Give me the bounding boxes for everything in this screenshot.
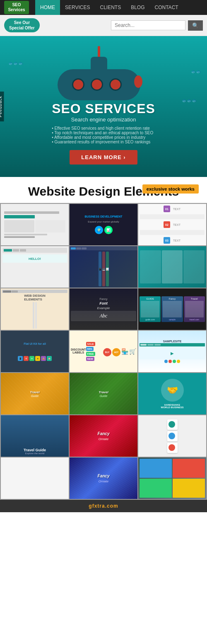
main-title-section: Website Design Elements exclusive stock … bbox=[0, 177, 207, 203]
thumbnail-20[interactable]: Fancy Ornate bbox=[70, 458, 137, 499]
thumbnail-grid: BUSINESS DEVELOPMENT Expand your market … bbox=[0, 203, 207, 500]
thumbnail-12[interactable]: SAMPLESITE ▶ bbox=[138, 331, 206, 372]
hero-bullets: Effective SEO services and high client r… bbox=[52, 126, 155, 144]
thumbnail-9[interactable]: GUIDE guide.com Fancy sample Travel trav… bbox=[138, 288, 206, 330]
thumbnail-15[interactable]: 🤝 HANDSHAKEWORLD BUSINESS bbox=[138, 373, 206, 414]
thumbnail-5[interactable]: 📱 💻 📊 bbox=[70, 246, 137, 288]
logo-text-2: Services bbox=[8, 7, 25, 12]
thumbnail-8[interactable]: Fancy Font Example Abc bbox=[70, 288, 137, 330]
thumbnail-19[interactable] bbox=[1, 458, 69, 499]
hero-text-block: SEO SERVICES Search engine optimization … bbox=[52, 101, 155, 165]
thumbnail-7[interactable]: WEB DESIGNELEMENTS bbox=[1, 288, 69, 330]
fish-decoration-2: 🐟🐟 bbox=[191, 69, 201, 74]
navigation: SEO Services HOME SERVICES CLIENTS BLOG … bbox=[0, 0, 207, 15]
hero-bullet-1: Effective SEO services and high client r… bbox=[52, 126, 155, 131]
site-logo: SEO Services bbox=[4, 1, 29, 14]
watermark-text: gfxtra.com bbox=[89, 503, 118, 509]
logo-text-1: SEO bbox=[12, 2, 21, 7]
thumbnail-10[interactable]: Flat UI Kit for all 📱 ⚙ ✉ ★ 🔒 🏠 bbox=[1, 331, 69, 372]
thumbnail-11[interactable]: DISCOUNT LABELS SALE 50% FREE NEW BUY HO… bbox=[70, 331, 137, 372]
hero-bullet-4: Guaranteed results of improvement in SEO… bbox=[52, 140, 155, 144]
feedback-label: Feedback bbox=[0, 96, 2, 117]
nav-home[interactable]: HOME bbox=[35, 0, 60, 15]
watermark: gfxtra.com bbox=[0, 500, 207, 512]
hero-subtitle: Search engine optimization bbox=[52, 116, 155, 123]
thumbnail-13[interactable]: Travel Guide bbox=[1, 373, 69, 414]
thumbnail-21[interactable] bbox=[138, 458, 206, 499]
nav-blog[interactable]: BLOG bbox=[126, 0, 149, 15]
hero-bullet-3: Affordable and most competitive prices i… bbox=[52, 135, 155, 140]
search-button[interactable]: 🔍 bbox=[188, 20, 203, 31]
thumbnail-18[interactable] bbox=[138, 415, 206, 457]
learn-more-button[interactable]: LEARN MORE › bbox=[70, 150, 137, 165]
special-offer-line2: Special Offer bbox=[9, 26, 35, 30]
thumbnail-6[interactable] bbox=[138, 246, 206, 288]
thumbnail-1[interactable] bbox=[1, 204, 69, 245]
special-offer-badge: See Our Special Offer bbox=[4, 18, 40, 32]
hero-section: Feedback 🐟🐟🐟 🐟🐟 🐟🐟🐟 SEO SERVICES Search … bbox=[0, 36, 207, 177]
thumbnail-2[interactable]: BUSINESS DEVELOPMENT Expand your market … bbox=[70, 204, 137, 245]
submarine-illustration bbox=[53, 57, 144, 102]
fish-decoration-3: 🐟🐟🐟 bbox=[182, 98, 197, 103]
nav-services[interactable]: SERVICES bbox=[60, 0, 95, 15]
thumbnail-17[interactable]: Fancy Ornate bbox=[70, 415, 137, 457]
nav-contact[interactable]: CONTACT bbox=[150, 0, 183, 15]
feedback-tab[interactable]: Feedback bbox=[0, 92, 4, 121]
search-bar: See Our Special Offer 🔍 bbox=[0, 15, 207, 36]
nav-links: HOME SERVICES CLIENTS BLOG CONTACT bbox=[35, 0, 183, 15]
nav-clients[interactable]: CLIENTS bbox=[95, 0, 126, 15]
thumbnail-14[interactable]: Travel Guide bbox=[70, 373, 137, 414]
fish-decoration: 🐟🐟🐟 bbox=[8, 61, 23, 65]
search-input[interactable] bbox=[111, 20, 185, 30]
hero-bullet-2: Top notch techniques and an ethical appr… bbox=[52, 131, 155, 135]
exclusive-badge: exclusive stock works bbox=[142, 184, 199, 194]
special-offer-line1: See Our bbox=[14, 20, 30, 25]
thumbnail-3[interactable]: 01 TEXT 02 TEXT 03 TEXT bbox=[138, 204, 206, 245]
thumbnail-4[interactable]: HELLO! bbox=[1, 246, 69, 288]
hero-title: SEO SERVICES bbox=[52, 101, 155, 116]
thumbnail-16[interactable]: Travel Guide Explore the world bbox=[1, 415, 69, 457]
